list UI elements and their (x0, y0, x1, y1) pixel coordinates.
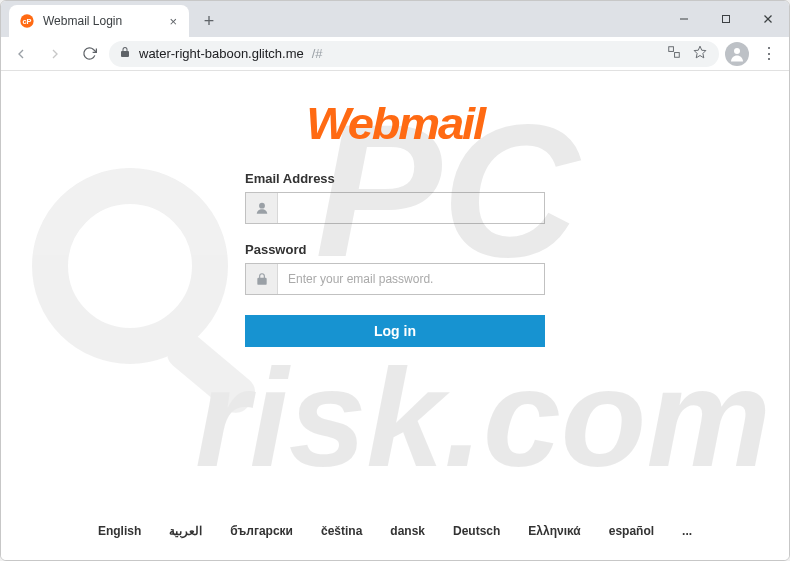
url-path: /# (312, 46, 323, 61)
email-input[interactable] (278, 201, 544, 215)
url-host: water-right-baboon.glitch.me (139, 46, 304, 61)
language-row: English العربية български čeština dansk … (1, 524, 789, 538)
lang-option[interactable]: čeština (321, 524, 362, 538)
svg-rect-6 (669, 47, 674, 52)
svg-marker-8 (694, 46, 706, 58)
forward-button[interactable] (41, 40, 69, 68)
maximize-button[interactable] (705, 1, 747, 37)
tab-bar: cP Webmail Login × + (1, 1, 789, 37)
password-input-group (245, 263, 545, 295)
user-icon (246, 193, 278, 223)
tab-title: Webmail Login (43, 14, 122, 28)
address-bar[interactable]: water-right-baboon.glitch.me/# (109, 41, 719, 67)
page-content: PC risk.com Webmail Email Address Passwo… (1, 71, 789, 560)
back-button[interactable] (7, 40, 35, 68)
login-form: Email Address Password Log in (245, 171, 545, 347)
lang-more[interactable]: ... (682, 524, 692, 538)
browser-toolbar: water-right-baboon.glitch.me/# ⋮ (1, 37, 789, 71)
minimize-button[interactable] (663, 1, 705, 37)
brand-logo: Webmail (306, 99, 484, 149)
browser-tab[interactable]: cP Webmail Login × (9, 5, 189, 37)
lang-option[interactable]: English (98, 524, 141, 538)
svg-text:cP: cP (23, 17, 32, 26)
reload-button[interactable] (75, 40, 103, 68)
email-label: Email Address (245, 171, 545, 186)
browser-window: cP Webmail Login × + (0, 0, 790, 561)
lang-option[interactable]: Ελληνικά (528, 524, 580, 538)
tab-favicon: cP (19, 13, 35, 29)
lang-option[interactable]: español (609, 524, 654, 538)
lang-option[interactable]: العربية (169, 524, 202, 538)
close-window-button[interactable] (747, 1, 789, 37)
translate-icon[interactable] (665, 45, 683, 62)
lock-input-icon (246, 264, 278, 294)
lang-option[interactable]: български (230, 524, 293, 538)
profile-avatar[interactable] (725, 42, 749, 66)
password-label: Password (245, 242, 545, 257)
bookmark-icon[interactable] (691, 45, 709, 62)
lang-option[interactable]: dansk (390, 524, 425, 538)
window-controls (663, 1, 789, 37)
svg-point-9 (734, 48, 740, 54)
login-button[interactable]: Log in (245, 315, 545, 347)
login-page: Webmail Email Address Password Log in (1, 71, 789, 560)
svg-rect-3 (723, 16, 730, 23)
browser-menu-button[interactable]: ⋮ (755, 40, 783, 68)
lock-icon (119, 46, 131, 61)
svg-rect-7 (675, 53, 680, 58)
svg-point-14 (259, 203, 265, 209)
password-input[interactable] (278, 272, 544, 286)
email-input-group (245, 192, 545, 224)
new-tab-button[interactable]: + (195, 7, 223, 35)
close-tab-icon[interactable]: × (167, 15, 179, 28)
lang-option[interactable]: Deutsch (453, 524, 500, 538)
